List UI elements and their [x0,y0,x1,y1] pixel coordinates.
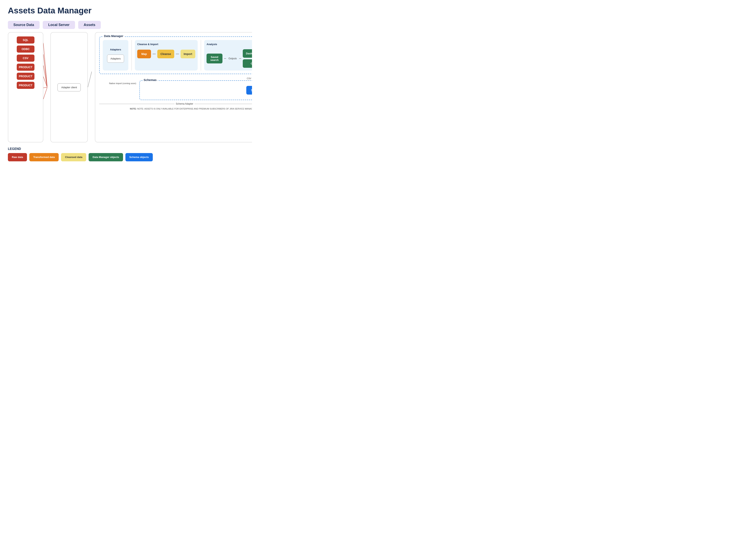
source-odbc: ODBC [17,45,34,53]
map-box: Map [137,50,151,58]
schemas-area: Native import (coming soon) CSV Import S… [99,77,252,100]
connector-map-cleanse [153,54,156,54]
schema-adapter-row: Schema Adapter [99,102,252,105]
schema-adapter-line-left [99,104,175,104]
connector-outputs-stack [239,58,241,59]
legend-section: LEGEND Raw data Transformed data Cleanse… [8,147,244,161]
output-stack: Dashboards CSV [243,49,252,68]
svg-line-0 [43,43,47,87]
schema-adapter-label: Schema Adapter [176,102,193,105]
cleanse-box: Cleanse [157,50,174,58]
svg-line-6 [88,71,92,87]
schema-adapter-line-right [195,104,252,104]
svg-line-2 [43,65,47,87]
diagram-wrapper: SQL ODBC CSV PRODUCT PRODUCT PRODUCT Ada… [8,32,244,142]
assets-panel: Data Manager Adapters Adapters Cleanse &… [95,32,252,142]
source-product-2: PRODUCT [17,73,34,80]
native-import-label: Native import (coming soon) [109,82,136,85]
saved-search-box: Saved search [207,54,222,63]
dashboards-box: Dashboards [243,49,252,58]
col-header-assets: Assets [78,21,101,29]
page-title: Assets Data Manager [8,6,244,15]
connector-saved-outputs [224,58,226,59]
outputs-label: Outputs [228,57,237,60]
csv-output-box: CSV [243,59,252,68]
col-header-source: Source Data [8,21,40,29]
source-sql: SQL [17,36,34,44]
analysis-outputs: Saved search Outputs Dashboards CSV [207,49,252,68]
section-divider-2 [201,40,201,70]
source-csv: CSV [17,55,34,62]
adapters-box: Adapters [107,55,124,63]
dm-sections: Adapters Adapters Cleanse & Import Map C… [103,40,252,70]
analysis-section: Analysis Saved search Outputs Dashboards… [204,40,252,70]
legend-items: Raw data Transformed data Cleansed data … [8,153,244,161]
source-product-3: PRODUCT [17,82,34,89]
legend-dm-objects: Data Manager objects [89,153,123,161]
source-to-local-lines [43,32,47,142]
local-server-panel: Adapter client [50,32,88,142]
legend-raw-data: Raw data [8,153,27,161]
analysis-section-label: Analysis [207,43,252,46]
svg-line-4 [43,87,47,88]
schema-box: Schema [246,86,252,94]
local-to-assets-line [88,32,92,142]
source-product-1: PRODUCT [17,64,34,71]
adapters-section-label: Adapters [110,48,121,51]
schemas-dashed-box: Schemas Schema [139,80,252,100]
import-box: Import [181,50,195,58]
legend-transformed-data: Transformed data [29,153,59,161]
cleanse-import-label: Cleanse & Import [137,43,195,46]
note-text: NOTE: NOTE: ASSETS IS ONLY AVAILABLE FOR… [99,107,252,110]
source-data-panel: SQL ODBC CSV PRODUCT PRODUCT PRODUCT [8,32,43,142]
cleanse-import-section: Cleanse & Import Map Cleanse Import [135,40,198,70]
legend-schema-objects: Schema objects [125,153,153,161]
cleanse-flow: Map Cleanse Import [137,50,195,58]
column-headers: Source Data Local Server Assets [8,21,244,29]
data-manager-label: Data Manager [103,34,124,38]
connector-cleanse-import [176,54,179,54]
col-header-local: Local Server [43,21,75,29]
legend-title: LEGEND [8,147,244,151]
schemas-label: Schemas [143,78,158,82]
data-manager-box: Data Manager Adapters Adapters Cleanse &… [99,36,252,74]
svg-line-5 [43,87,47,99]
adapter-client-box: Adapter client [57,83,81,91]
adapters-section: Adapters Adapters [103,40,128,70]
legend-cleansed-data: Cleansed data [61,153,86,161]
note-content: NOTE: ASSETS IS ONLY AVAILABLE FOR ENTER… [137,107,252,110]
